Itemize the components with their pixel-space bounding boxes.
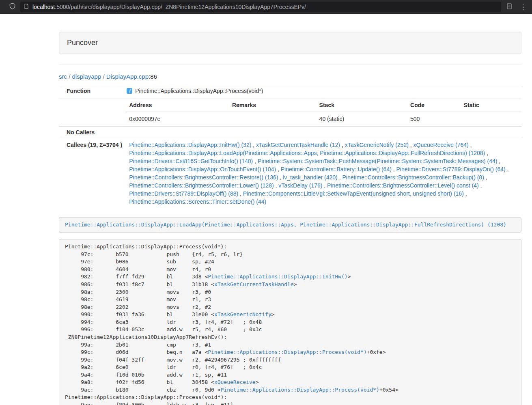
- table-row-function: Function f Pinetime::Applications::Displ…: [59, 85, 521, 99]
- symbol-table: Function f Pinetime::Applications::Displ…: [59, 85, 521, 208]
- disassembly-text: 9a4: f10d 010b add.w r1, sp, #11: [65, 372, 227, 378]
- stats-row-label: [59, 99, 125, 126]
- url-path: :5000/path/src/displayapp/DisplayApp.cpp…: [55, 4, 306, 10]
- stats-value-cell: 40 (static): [316, 112, 407, 126]
- disassembly-text: 9a2: 6ce0 ldr r0, [r4, #76] ; 0x4c: [65, 364, 262, 370]
- disassembly-text: _ZN8Pinetime12Applications10DisplayApp7R…: [65, 334, 227, 340]
- main-content: Puncover src / displayapp / DisplayApp.c…: [59, 14, 521, 405]
- callee-link[interactable]: Pinetime::Drivers::St7789::DisplayOn() (…: [396, 166, 506, 172]
- shield-button[interactable]: [6, 2, 18, 12]
- callee-link[interactable]: Pinetime::Controllers::BrightnessControl…: [129, 174, 278, 181]
- breadcrumb-link-displayapp[interactable]: displayapp: [72, 73, 101, 80]
- disassembly-text: >: [271, 311, 275, 317]
- kebab-menu-icon: ⋮: [520, 4, 527, 11]
- breadcrumb-line-number: :86: [149, 73, 157, 80]
- disassembly-text: 994: 6ca3 ldr r3, [r4, #72] ; 0x48: [65, 319, 262, 325]
- disassembly-text: Pinetime::Applications::DisplayApp::Proc…: [65, 394, 227, 400]
- disassembly-symbol-link[interactable]: Pinetime::Applications::DisplayApp::Proc…: [208, 349, 366, 355]
- table-row-stats: AddressRemarksStackCodeStatic 0x0000097c…: [59, 99, 521, 126]
- page-header-well: Puncover: [59, 32, 521, 54]
- disassembly-text: +0xfe>: [367, 349, 386, 355]
- callee-link[interactable]: Pinetime::Applications::DisplayApp::Load…: [129, 150, 485, 156]
- stats-value-cell: 0x0000097c: [125, 112, 228, 126]
- disassembly-text: 97c: b570 push {r4, r5, r6, lr}: [65, 251, 243, 257]
- callee-link[interactable]: Pinetime::Applications::Screens::Timer::…: [129, 198, 266, 205]
- disassembly-symbol-link[interactable]: xTaskGenericNotify: [214, 311, 271, 317]
- disassembly-text: 99e: f04f 32ff mov.w r2, #4294967295 ; 0…: [65, 357, 281, 363]
- callee-link[interactable]: Pinetime::Controllers::BrightnessControl…: [129, 182, 274, 189]
- function-name: Pinetime::Applications::DisplayApp::Proc…: [135, 88, 263, 94]
- disassembly-text: 9ae: f89d 300b ldrb.w r3, [sp, #11]: [65, 402, 233, 405]
- disassembly-text: 996: f104 053c add.w r5, r4, #60 ; 0x3c: [65, 326, 262, 332]
- no-callers-cell: [125, 126, 521, 139]
- breadcrumb: src / displayapp / DisplayApp.cpp:86: [59, 73, 521, 80]
- callee-link[interactable]: vTaskDelay (176): [278, 182, 322, 189]
- callee-link[interactable]: Pinetime::Controllers::Battery::Update()…: [281, 166, 392, 172]
- disassembly-text: 98c: 4619 mov r1, r3: [65, 296, 211, 302]
- disassembly-text: Pinetime::Applications::DisplayApp::Proc…: [65, 243, 227, 250]
- stats-value-cell: 500: [407, 112, 460, 126]
- url-bar[interactable]: localhost:5000/path/src/displayapp/Displ…: [20, 2, 501, 12]
- disassembly-block: Pinetime::Applications::DisplayApp::Proc…: [59, 239, 521, 405]
- disassembly-text: 98e: 2202 movs r2, #2: [65, 304, 211, 310]
- callee-link[interactable]: Pinetime::Components::LittleVgl::SetNewT…: [243, 190, 464, 197]
- disassembly-text: 99c: d06d beq.n a7a <: [65, 349, 208, 355]
- table-row-no-callers: No Callers: [59, 126, 521, 139]
- page-info-icon[interactable]: [24, 3, 29, 11]
- callees-cell: Pinetime::Applications::DisplayApp::Init…: [125, 139, 521, 208]
- disassembly-text: >: [256, 379, 259, 385]
- disassembly-text: 98a: 2300 movs r3, #0: [65, 289, 211, 295]
- stats-header-row: AddressRemarksStackCodeStatic: [125, 99, 521, 112]
- stats-value-row: 0x0000097c40 (static)500: [125, 112, 521, 126]
- stats-value-cell: [228, 112, 316, 126]
- breadcrumb-separator: /: [101, 73, 106, 80]
- disassembly-text: 9a8: f02f fd56 bl 30458 <: [65, 379, 214, 385]
- callee-link[interactable]: Pinetime::Controllers::BrightnessControl…: [327, 182, 478, 189]
- disassembly-text: +0x54>: [379, 387, 398, 393]
- reader-view-button[interactable]: [504, 2, 515, 12]
- disassembly-text: 986: f031 f8c7 bl 31b18 <: [65, 281, 214, 287]
- tracking-protection-shield-icon: [9, 3, 16, 11]
- breadcrumb-link-displayapp.cpp[interactable]: DisplayApp.cpp: [106, 73, 149, 80]
- stats-header-code: Code: [407, 99, 460, 112]
- callee-link[interactable]: Pinetime::Drivers::St7789::DisplayOff() …: [129, 190, 238, 197]
- divider: [59, 65, 521, 65]
- callee-link[interactable]: Pinetime::Applications::DisplayApp::OnTo…: [129, 166, 276, 172]
- function-icon: f: [126, 88, 133, 97]
- disassembly-symbol-link[interactable]: xQueueReceive: [214, 379, 256, 385]
- breadcrumb-link-src[interactable]: src: [59, 73, 67, 80]
- disassembly-text: 97e: b086 sub sp, #24: [65, 259, 214, 265]
- disassembly-text: 982: f7ff fd29 bl 3d8 <: [65, 274, 208, 280]
- disassembly-text: 9ac: b180 cbz r0, 9d0 <: [65, 387, 221, 393]
- disassembly-text: >: [294, 281, 297, 287]
- reader-view-icon: [506, 3, 513, 11]
- stats-value-cell: [460, 112, 521, 126]
- disassembly-symbol-link[interactable]: xTaskGetCurrentTaskHandle: [214, 281, 294, 287]
- disassembly-text: 980: 4604 mov r4, r0: [65, 266, 211, 272]
- stats-header-remarks: Remarks: [228, 99, 316, 112]
- callee-link[interactable]: Pinetime::Controllers::BrightnessControl…: [342, 174, 484, 181]
- disassembly-symbol-link[interactable]: Pinetime::Applications::DisplayApp::Init…: [208, 274, 347, 280]
- breadcrumb-separator: /: [67, 73, 72, 80]
- disassembly-text: 990: f031 fa36 bl 31e00 <: [65, 311, 214, 317]
- page-title: Puncover: [67, 38, 513, 48]
- highlighted-symbol-link[interactable]: Pinetime::Applications::DisplayApp::Load…: [65, 222, 506, 228]
- highlighted-symbol-box: Pinetime::Applications::DisplayApp::Load…: [59, 217, 521, 233]
- callee-link[interactable]: Pinetime::Applications::DisplayApp::Init…: [129, 142, 251, 148]
- table-row-callees: Callees (19, Σ=3704 ) Pinetime::Applicat…: [59, 139, 521, 208]
- disassembly-symbol-link[interactable]: Pinetime::Applications::DisplayApp::Proc…: [221, 387, 379, 393]
- kebab-menu-button[interactable]: ⋮: [517, 2, 529, 12]
- stats-table: AddressRemarksStackCodeStatic 0x0000097c…: [125, 99, 521, 126]
- callee-link[interactable]: lv_task_handler (420): [283, 174, 338, 181]
- callee-link[interactable]: Pinetime::System::SystemTask::PushMessag…: [258, 158, 498, 164]
- stats-header-address: Address: [125, 99, 228, 112]
- url-host: localhost: [32, 4, 55, 10]
- callee-link[interactable]: xQueueReceive (764): [414, 142, 469, 148]
- callee-link[interactable]: xTaskGenericNotify (252): [345, 142, 409, 148]
- no-callers-label: No Callers: [59, 126, 125, 139]
- callee-link[interactable]: xTaskGetCurrentTaskHandle (12): [256, 142, 340, 148]
- function-label: Function: [59, 85, 125, 99]
- stats-header-stack: Stack: [316, 99, 407, 112]
- callee-link[interactable]: Pinetime::Drivers::Cst816S::GetTouchInfo…: [129, 158, 253, 164]
- url-text: localhost:5000/path/src/displayapp/Displ…: [32, 4, 306, 10]
